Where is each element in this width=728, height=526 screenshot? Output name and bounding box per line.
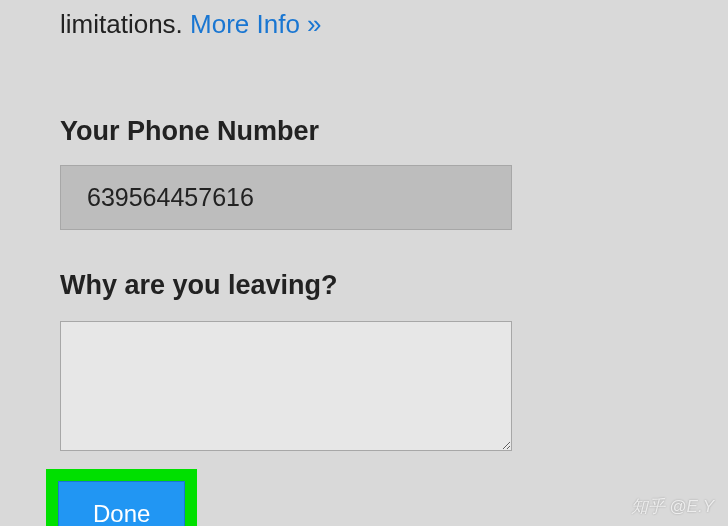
intro-text: limitations. More Info » xyxy=(60,6,668,42)
done-button[interactable]: Done xyxy=(58,481,185,526)
intro-prefix: limitations. xyxy=(60,9,190,39)
phone-input[interactable] xyxy=(60,165,512,230)
more-info-link[interactable]: More Info » xyxy=(190,9,322,39)
reason-textarea[interactable] xyxy=(60,321,512,451)
watermark: 知乎 @E.Y xyxy=(631,495,714,518)
reason-label: Why are you leaving? xyxy=(60,270,668,301)
phone-label: Your Phone Number xyxy=(60,116,668,147)
done-highlight: Done xyxy=(46,469,197,526)
